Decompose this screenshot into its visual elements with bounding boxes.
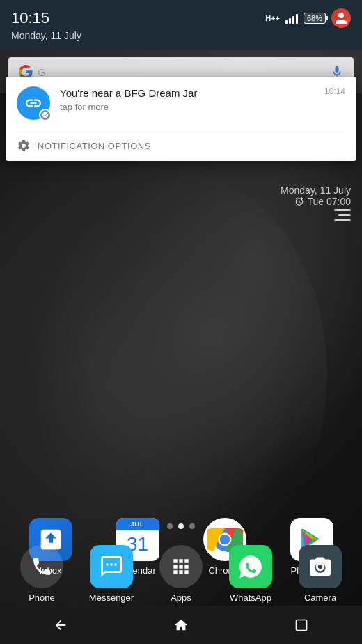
- phone-icon: [20, 545, 63, 588]
- bottom-dock: Phone Messenger Apps WhatsApp: [0, 542, 362, 606]
- notification-title: You're near a BFG Dream Jar: [60, 86, 315, 100]
- menu-icon: [334, 209, 351, 221]
- app-phone[interactable]: Phone: [10, 545, 73, 603]
- back-button[interactable]: [43, 611, 78, 639]
- phone-label: Phone: [29, 592, 55, 603]
- app-whatsapp[interactable]: WhatsApp: [219, 545, 282, 603]
- app-apps-launcher[interactable]: Apps: [150, 545, 212, 603]
- google-text: G: [38, 66, 330, 78]
- battery-indicator: 68%: [304, 13, 326, 24]
- app-camera[interactable]: Camera: [289, 545, 352, 603]
- status-bar: 10:15 H++ 68% Monday, 11 July: [0, 0, 362, 50]
- notification-badge: [39, 109, 52, 121]
- app-messenger[interactable]: Messenger: [80, 545, 143, 603]
- notification-card[interactable]: You're near a BFG Dream Jar tap for more…: [6, 77, 356, 161]
- apps-label: Apps: [171, 592, 191, 603]
- status-icons: H++ 68%: [265, 8, 351, 28]
- messenger-icon: [90, 545, 133, 588]
- navigation-bar: [0, 606, 362, 644]
- calendar-month: JUL: [116, 518, 159, 530]
- whatsapp-icon: [229, 545, 272, 588]
- camera-icon: [299, 545, 342, 588]
- recents-button[interactable]: [284, 611, 319, 639]
- alarm-display: Tue 07:00: [281, 196, 351, 207]
- date-overlay: Monday, 11 July Tue 07:00: [281, 185, 351, 207]
- svg-point-4: [317, 563, 324, 570]
- notification-subtitle: tap for more: [60, 102, 315, 112]
- notification-icon-wrap: [17, 86, 50, 120]
- alarm-time: Tue 07:00: [307, 196, 351, 207]
- clock: 10:15: [11, 9, 49, 27]
- user-avatar[interactable]: [331, 8, 351, 28]
- messenger-label: Messenger: [89, 592, 134, 603]
- notification-body[interactable]: You're near a BFG Dream Jar tap for more…: [6, 77, 356, 130]
- camera-label: Camera: [304, 592, 336, 603]
- svg-rect-5: [297, 620, 307, 630]
- wallpaper-date: Monday, 11 July: [281, 185, 351, 196]
- home-button[interactable]: [164, 611, 198, 639]
- apps-icon: [159, 545, 203, 588]
- notification-options-button[interactable]: NOTIFICATION OPTIONS: [6, 130, 356, 161]
- network-type: H++: [265, 14, 280, 22]
- whatsapp-label: WhatsApp: [230, 592, 272, 603]
- notification-time: 10:14: [324, 86, 345, 96]
- notification-content: You're near a BFG Dream Jar tap for more: [60, 86, 315, 112]
- signal-icon: [285, 13, 298, 24]
- notification-options-label: NOTIFICATION OPTIONS: [38, 141, 151, 151]
- status-date: Monday, 11 July: [11, 30, 81, 41]
